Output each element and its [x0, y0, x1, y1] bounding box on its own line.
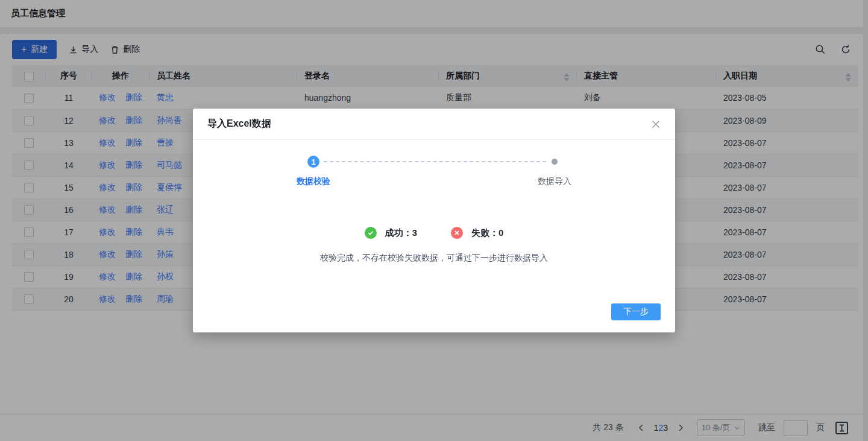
- import-stepper: 1 数据校验 数据导入: [193, 156, 675, 195]
- modal-header: 导入Excel数据: [193, 109, 675, 140]
- close-icon[interactable]: [651, 119, 661, 129]
- next-step-button[interactable]: 下一步: [611, 303, 661, 320]
- fail-cross-icon: [451, 227, 463, 239]
- validation-message: 校验完成，不存在校验失败数据，可通过下一步进行数据导入: [193, 253, 675, 264]
- validation-result: 成功：3 失败：0: [193, 227, 675, 239]
- success-count: 成功：3: [385, 227, 417, 239]
- import-excel-modal: 导入Excel数据 1 数据校验 数据导入 成功：3 失败：0 校验完成，不存在…: [193, 109, 675, 332]
- step-1-label: 数据校验: [297, 176, 330, 187]
- fail-count: 失败：0: [471, 227, 503, 239]
- step-2-label: 数据导入: [538, 176, 571, 187]
- step-1-indicator: 1: [307, 156, 319, 168]
- step-2-indicator: [552, 159, 558, 165]
- success-check-icon: [365, 227, 377, 239]
- step-connector: [324, 161, 546, 162]
- modal-title: 导入Excel数据: [207, 118, 271, 130]
